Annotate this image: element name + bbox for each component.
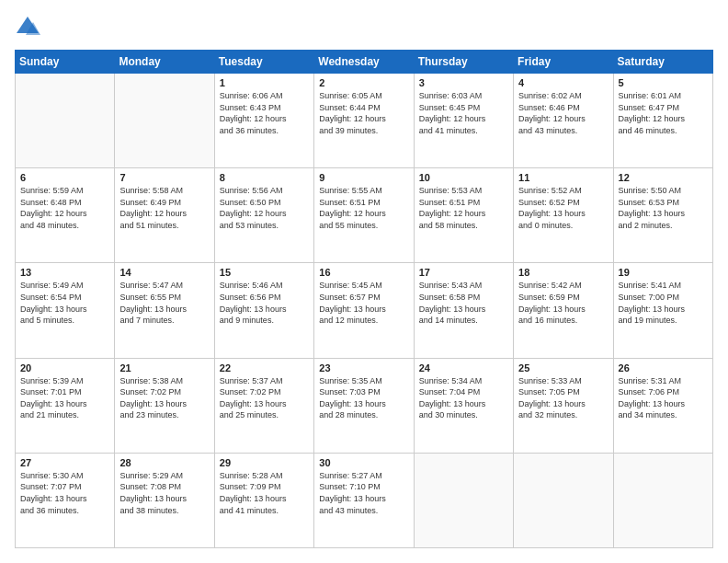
logo: [15, 15, 44, 40]
day-number: 9: [319, 172, 408, 183]
calendar-day-cell: 15Sunrise: 5:46 AM Sunset: 6:56 PM Dayli…: [214, 263, 313, 358]
day-info: Sunrise: 5:35 AM Sunset: 7:03 PM Dayligh…: [319, 375, 408, 421]
calendar-day-cell: 29Sunrise: 5:28 AM Sunset: 7:09 PM Dayli…: [214, 453, 313, 547]
day-number: 30: [319, 457, 408, 468]
calendar-day-cell: 11Sunrise: 5:52 AM Sunset: 6:52 PM Dayli…: [514, 168, 613, 263]
day-number: 24: [419, 362, 508, 373]
header: [15, 15, 713, 40]
calendar-day-cell: 18Sunrise: 5:42 AM Sunset: 6:59 PM Dayli…: [514, 263, 613, 358]
day-info: Sunrise: 5:41 AM Sunset: 7:00 PM Dayligh…: [619, 280, 708, 326]
day-info: Sunrise: 5:38 AM Sunset: 7:02 PM Dayligh…: [119, 375, 209, 421]
day-number: 27: [20, 457, 109, 468]
day-info: Sunrise: 5:37 AM Sunset: 7:02 PM Dayligh…: [220, 375, 309, 421]
calendar-day-cell: 28Sunrise: 5:29 AM Sunset: 7:08 PM Dayli…: [115, 453, 214, 547]
day-number: 12: [619, 172, 708, 183]
calendar-day-cell: 12Sunrise: 5:50 AM Sunset: 6:53 PM Dayli…: [613, 168, 712, 263]
calendar-day-cell: 10Sunrise: 5:53 AM Sunset: 6:51 PM Dayli…: [414, 168, 513, 263]
calendar-day-cell: 7Sunrise: 5:58 AM Sunset: 6:49 PM Daylig…: [115, 168, 214, 263]
day-number: 2: [319, 77, 408, 88]
weekday-header: Saturday: [613, 51, 712, 74]
day-info: Sunrise: 5:52 AM Sunset: 6:52 PM Dayligh…: [518, 185, 608, 231]
calendar-day-cell: [414, 453, 513, 547]
logo-icon: [15, 15, 40, 40]
calendar-day-cell: 2Sunrise: 6:05 AM Sunset: 6:44 PM Daylig…: [314, 74, 414, 168]
day-number: 20: [20, 362, 109, 373]
calendar-day-cell: 3Sunrise: 6:03 AM Sunset: 6:45 PM Daylig…: [414, 74, 513, 168]
day-number: 1: [220, 77, 309, 88]
day-info: Sunrise: 5:28 AM Sunset: 7:09 PM Dayligh…: [220, 470, 309, 516]
day-number: 5: [619, 77, 708, 88]
day-number: 29: [220, 457, 309, 468]
day-number: 26: [619, 362, 708, 373]
calendar-day-cell: 17Sunrise: 5:43 AM Sunset: 6:58 PM Dayli…: [414, 263, 513, 358]
day-info: Sunrise: 6:03 AM Sunset: 6:45 PM Dayligh…: [419, 90, 508, 136]
day-number: 18: [518, 267, 608, 278]
day-number: 23: [319, 362, 408, 373]
calendar-day-cell: 21Sunrise: 5:38 AM Sunset: 7:02 PM Dayli…: [115, 358, 214, 453]
day-number: 15: [220, 267, 309, 278]
day-number: 11: [518, 172, 608, 183]
calendar-day-cell: 16Sunrise: 5:45 AM Sunset: 6:57 PM Dayli…: [314, 263, 414, 358]
day-info: Sunrise: 5:50 AM Sunset: 6:53 PM Dayligh…: [619, 185, 708, 231]
day-info: Sunrise: 6:01 AM Sunset: 6:47 PM Dayligh…: [619, 90, 708, 136]
day-info: Sunrise: 5:59 AM Sunset: 6:48 PM Dayligh…: [20, 185, 109, 231]
day-number: 13: [20, 267, 109, 278]
calendar-week-row: 20Sunrise: 5:39 AM Sunset: 7:01 PM Dayli…: [16, 358, 713, 453]
day-info: Sunrise: 5:45 AM Sunset: 6:57 PM Dayligh…: [319, 280, 408, 326]
day-info: Sunrise: 5:39 AM Sunset: 7:01 PM Dayligh…: [20, 375, 109, 421]
calendar-day-cell: 9Sunrise: 5:55 AM Sunset: 6:51 PM Daylig…: [314, 168, 414, 263]
calendar-day-cell: 8Sunrise: 5:56 AM Sunset: 6:50 PM Daylig…: [214, 168, 313, 263]
weekday-header: Monday: [115, 51, 214, 74]
day-info: Sunrise: 5:46 AM Sunset: 6:56 PM Dayligh…: [220, 280, 309, 326]
weekday-header: Thursday: [414, 51, 513, 74]
calendar-day-cell: 13Sunrise: 5:49 AM Sunset: 6:54 PM Dayli…: [16, 263, 115, 358]
day-number: 7: [119, 172, 209, 183]
calendar-day-cell: 1Sunrise: 6:06 AM Sunset: 6:43 PM Daylig…: [214, 74, 313, 168]
calendar-day-cell: 22Sunrise: 5:37 AM Sunset: 7:02 PM Dayli…: [214, 358, 313, 453]
calendar-day-cell: [514, 453, 613, 547]
day-number: 19: [619, 267, 708, 278]
day-info: Sunrise: 5:34 AM Sunset: 7:04 PM Dayligh…: [419, 375, 508, 421]
day-number: 3: [419, 77, 508, 88]
calendar-week-row: 27Sunrise: 5:30 AM Sunset: 7:07 PM Dayli…: [16, 453, 713, 547]
calendar-day-cell: 25Sunrise: 5:33 AM Sunset: 7:05 PM Dayli…: [514, 358, 613, 453]
calendar-day-cell: 4Sunrise: 6:02 AM Sunset: 6:46 PM Daylig…: [514, 74, 613, 168]
weekday-header: Wednesday: [314, 51, 414, 74]
day-number: 8: [220, 172, 309, 183]
day-info: Sunrise: 5:56 AM Sunset: 6:50 PM Dayligh…: [220, 185, 309, 231]
day-info: Sunrise: 5:53 AM Sunset: 6:51 PM Dayligh…: [419, 185, 508, 231]
calendar-week-row: 6Sunrise: 5:59 AM Sunset: 6:48 PM Daylig…: [16, 168, 713, 263]
calendar-week-row: 13Sunrise: 5:49 AM Sunset: 6:54 PM Dayli…: [16, 263, 713, 358]
weekday-header: Sunday: [16, 51, 115, 74]
day-info: Sunrise: 5:30 AM Sunset: 7:07 PM Dayligh…: [20, 470, 109, 516]
day-info: Sunrise: 6:02 AM Sunset: 6:46 PM Dayligh…: [518, 90, 608, 136]
day-info: Sunrise: 5:31 AM Sunset: 7:06 PM Dayligh…: [619, 375, 708, 421]
calendar-day-cell: 19Sunrise: 5:41 AM Sunset: 7:00 PM Dayli…: [613, 263, 712, 358]
day-info: Sunrise: 5:33 AM Sunset: 7:05 PM Dayligh…: [518, 375, 608, 421]
calendar-day-cell: 6Sunrise: 5:59 AM Sunset: 6:48 PM Daylig…: [16, 168, 115, 263]
day-info: Sunrise: 5:43 AM Sunset: 6:58 PM Dayligh…: [419, 280, 508, 326]
calendar-day-cell: 23Sunrise: 5:35 AM Sunset: 7:03 PM Dayli…: [314, 358, 414, 453]
day-info: Sunrise: 5:47 AM Sunset: 6:55 PM Dayligh…: [119, 280, 209, 326]
day-info: Sunrise: 5:29 AM Sunset: 7:08 PM Dayligh…: [119, 470, 209, 516]
calendar-day-cell: 14Sunrise: 5:47 AM Sunset: 6:55 PM Dayli…: [115, 263, 214, 358]
day-number: 17: [419, 267, 508, 278]
weekday-header: Friday: [514, 51, 613, 74]
calendar-day-cell: 5Sunrise: 6:01 AM Sunset: 6:47 PM Daylig…: [613, 74, 712, 168]
day-number: 10: [419, 172, 508, 183]
calendar-day-cell: 20Sunrise: 5:39 AM Sunset: 7:01 PM Dayli…: [16, 358, 115, 453]
calendar-table: SundayMondayTuesdayWednesdayThursdayFrid…: [15, 50, 713, 548]
calendar-day-cell: 26Sunrise: 5:31 AM Sunset: 7:06 PM Dayli…: [613, 358, 712, 453]
weekday-header: Tuesday: [214, 51, 313, 74]
calendar-header-row: SundayMondayTuesdayWednesdayThursdayFrid…: [16, 51, 713, 74]
day-info: Sunrise: 5:55 AM Sunset: 6:51 PM Dayligh…: [319, 185, 408, 231]
day-number: 25: [518, 362, 608, 373]
day-info: Sunrise: 6:05 AM Sunset: 6:44 PM Dayligh…: [319, 90, 408, 136]
calendar-day-cell: [16, 74, 115, 168]
day-info: Sunrise: 5:58 AM Sunset: 6:49 PM Dayligh…: [119, 185, 209, 231]
day-number: 22: [220, 362, 309, 373]
day-info: Sunrise: 6:06 AM Sunset: 6:43 PM Dayligh…: [220, 90, 309, 136]
calendar-day-cell: [115, 74, 214, 168]
calendar-day-cell: 30Sunrise: 5:27 AM Sunset: 7:10 PM Dayli…: [314, 453, 414, 547]
calendar-week-row: 1Sunrise: 6:06 AM Sunset: 6:43 PM Daylig…: [16, 74, 713, 168]
